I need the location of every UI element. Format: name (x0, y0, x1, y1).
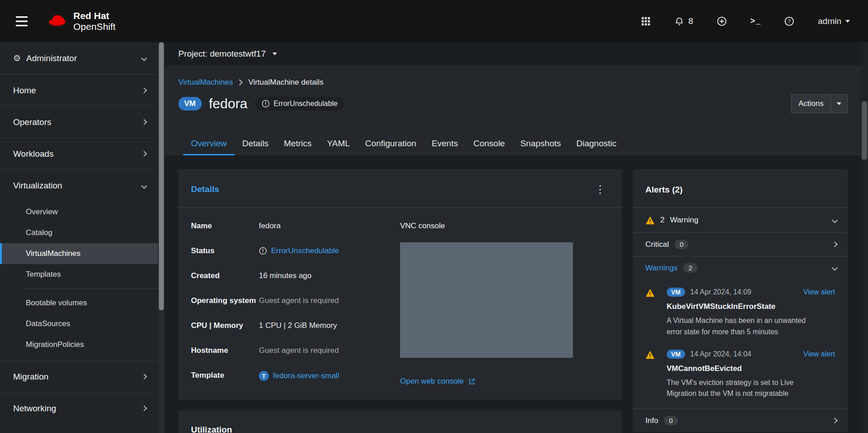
tab-yaml[interactable]: YAML (320, 133, 358, 155)
info-label: Info (645, 416, 658, 425)
sidebar-item-networking[interactable]: Networking (0, 393, 158, 424)
view-alert-link[interactable]: View alert (803, 288, 835, 296)
details-fields: Name fedora Status (191, 221, 400, 386)
page-scrollbar-thumb[interactable] (862, 101, 867, 160)
user-menu[interactable]: admin (818, 16, 850, 26)
chevron-right-icon (832, 241, 838, 247)
alert-item: VM 14 Apr 2024, 14:09 View alert KubeVir… (633, 279, 848, 342)
chevron-right-icon (141, 119, 147, 125)
breadcrumb-current: VirtualMachine details (248, 78, 324, 87)
alerts-summary-count: 2 (660, 216, 664, 225)
main-content: Project: demotestwtf17 VirtualMachines V… (165, 42, 868, 433)
field-value: 16 minutes ago (259, 271, 311, 280)
vm-kind-badge: VM (178, 97, 202, 111)
alerts-card: Alerts (2) 2 Warning (633, 169, 848, 432)
actions-button[interactable]: Actions (791, 94, 848, 113)
sidebar-subitem-label: Templates (26, 270, 61, 279)
alert-timestamp: 14 Apr 2024, 14:04 (690, 350, 751, 358)
sidebar-nav-list: Home Operators Workloads Virtualization (0, 75, 158, 424)
warning-triangle-icon (645, 216, 655, 225)
tab-diagnostic[interactable]: Diagnostic (568, 133, 624, 155)
breadcrumb-link-virtualmachines[interactable]: VirtualMachines (178, 78, 233, 87)
alert-item: VM 14 Apr 2024, 14:04 View alert VMCanno… (633, 342, 848, 404)
sidebar-item-virtualization[interactable]: Virtualization (0, 170, 158, 202)
alerts-section-critical[interactable]: Critical 0 (633, 233, 848, 256)
field-value: Guest agent is required (259, 296, 339, 305)
plus-circle-icon (717, 16, 727, 26)
overview-grid: Details ⋮ Name fedora Statu (165, 155, 868, 433)
tab-snapshots[interactable]: Snapshots (513, 133, 569, 155)
hamburger-bars (16, 16, 28, 26)
view-alert-link[interactable]: View alert (803, 350, 835, 358)
caret-down-icon (272, 53, 277, 55)
sidebar-subitem-label: DataSources (26, 319, 70, 328)
sidebar-item-virt-overview[interactable]: Overview (0, 202, 158, 222)
gear-icon: ⚙ (13, 53, 21, 63)
chevron-down-icon (832, 217, 838, 223)
project-selector[interactable]: Project: demotestwtf17 (165, 42, 868, 65)
sidebar-scrollbar-thumb[interactable] (159, 42, 164, 310)
terminal-button[interactable]: >_ (750, 17, 761, 26)
sidebar-item-virtualmachines[interactable]: VirtualMachines (0, 243, 158, 264)
alert-title: VMCannotBeEvicted (667, 364, 835, 373)
hamburger-menu-icon[interactable] (13, 14, 30, 29)
sidebar-item-bootable-volumes[interactable]: Bootable volumes (0, 293, 158, 313)
sidebar-subitem-label: Bootable volumes (26, 298, 87, 308)
actions-caret[interactable] (830, 95, 847, 113)
field-status: Status ErrorUnschedulable (191, 246, 400, 255)
app-launcher-button[interactable] (641, 16, 651, 26)
sidebar-item-workloads[interactable]: Workloads (0, 138, 158, 170)
tab-events[interactable]: Events (424, 133, 466, 155)
sidebar-item-label: Virtualization (13, 181, 62, 191)
alerts-summary-row[interactable]: 2 Warning (633, 208, 848, 232)
sidebar-item-templates[interactable]: Templates (0, 264, 158, 285)
svg-text:?: ? (788, 19, 791, 24)
sidebar-item-catalog[interactable]: Catalog (0, 222, 158, 243)
tab-label: Events (432, 139, 458, 149)
app-body: ⚙ Administrator Home Operators Workloads (0, 42, 868, 433)
tab-console[interactable]: Console (466, 133, 513, 155)
critical-count-badge: 0 (675, 240, 688, 249)
sidebar-item-label: Operators (13, 117, 51, 127)
sidebar-item-datasources[interactable]: DataSources (0, 313, 158, 334)
tab-configuration[interactable]: Configuration (358, 133, 424, 155)
field-label: Hostname (191, 346, 259, 355)
field-value: Guest agent is required (259, 346, 339, 355)
tab-metrics[interactable]: Metrics (276, 133, 319, 155)
caret-down-icon (845, 20, 850, 23)
vm-status-pill[interactable]: ErrorUnschedulable (255, 97, 344, 111)
tab-overview[interactable]: Overview (183, 133, 234, 155)
utilization-card-header: Utilization (178, 410, 622, 433)
details-card-title[interactable]: Details (191, 184, 219, 194)
vnc-console-preview[interactable] (400, 242, 573, 358)
help-button[interactable]: ? (784, 16, 794, 26)
page-title: fedora (209, 96, 248, 111)
sidebar-item-operators[interactable]: Operators (0, 106, 158, 138)
right-column: Alerts (2) 2 Warning (633, 169, 848, 433)
masthead: Red Hat OpenShift 8 (0, 0, 868, 42)
vm-status-text: ErrorUnschedulable (274, 100, 338, 108)
notifications-button[interactable]: 8 (674, 16, 693, 26)
sidebar-item-migrationpolicies[interactable]: MigrationPolicies (0, 334, 158, 355)
import-button[interactable] (717, 16, 727, 26)
field-label: Created (191, 271, 259, 280)
alerts-section-warnings[interactable]: Warnings 2 (633, 256, 848, 279)
details-card-header: Details ⋮ (178, 169, 622, 207)
sidebar-item-home[interactable]: Home (0, 75, 158, 106)
perspective-switcher[interactable]: ⚙ Administrator (0, 42, 158, 75)
open-web-console-link[interactable]: Open web console (400, 377, 476, 386)
field-label: Status (191, 246, 259, 255)
status-link[interactable]: ErrorUnschedulable (271, 246, 339, 255)
perspective-label: Administrator (26, 53, 77, 63)
sidebar-item-migration[interactable]: Migration (0, 361, 158, 393)
external-link-icon (468, 378, 476, 385)
kebab-menu-icon[interactable]: ⋮ (591, 184, 609, 195)
tab-label: Metrics (284, 139, 311, 149)
tab-details[interactable]: Details (234, 133, 276, 155)
template-icon: T (259, 371, 269, 381)
brand-logo[interactable]: Red Hat OpenShift (47, 10, 115, 31)
alerts-section-info[interactable]: Info 0 (633, 409, 848, 432)
template-link[interactable]: fedora-server-small (273, 371, 339, 380)
warnings-label: Warnings (645, 264, 677, 273)
brand-line2: OpenShift (73, 21, 115, 32)
